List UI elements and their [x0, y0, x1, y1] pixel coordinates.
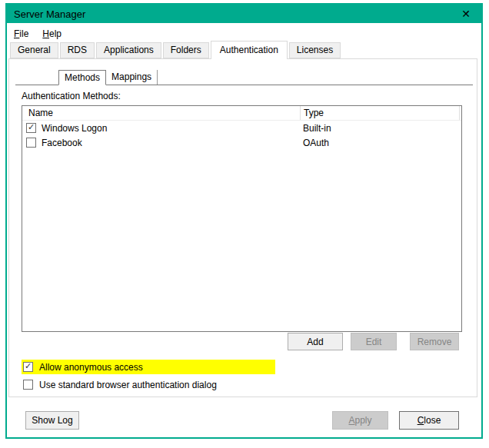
tab-rds[interactable]: RDS [60, 42, 95, 58]
tab-folders[interactable]: Folders [163, 42, 209, 58]
standard-browser-dialog-label: Use standard browser authentication dial… [39, 380, 217, 390]
method-name: Windows Logon [42, 123, 107, 134]
edit-button[interactable]: Edit [351, 333, 397, 350]
server-manager-window: Server Manager ✕ File Help General RDS A… [5, 3, 483, 439]
main-tab-strip: General RDS Applications Folders Authent… [10, 41, 342, 58]
subtab-methods[interactable]: Methods [58, 70, 106, 85]
show-log-button[interactable]: Show Log [25, 411, 79, 430]
remove-button[interactable]: Remove [410, 333, 459, 350]
checkbox-checked-icon[interactable]: ✓ [26, 123, 36, 133]
allow-anonymous-access-option[interactable]: ✓ Allow anonymous access [22, 360, 275, 374]
list-header: Name Type [22, 106, 461, 121]
subtab-mappings[interactable]: Mappings [106, 70, 158, 85]
checkbox-checked-icon[interactable]: ✓ [23, 362, 33, 372]
close-icon[interactable]: ✕ [451, 5, 481, 23]
allow-anonymous-access-label: Allow anonymous access [39, 362, 143, 373]
method-name: Facebook [42, 138, 82, 148]
tab-licenses[interactable]: Licenses [289, 42, 341, 58]
title-bar: Server Manager [7, 5, 481, 23]
window-title: Server Manager [7, 8, 85, 20]
authentication-tab-pane: Methods Mappings Authentication Methods:… [8, 58, 477, 397]
authentication-methods-list[interactable]: Name Type ✓ Windows Logon Built-in Faceb… [22, 105, 462, 332]
method-type: Built-in [300, 123, 331, 134]
tab-general[interactable]: General [10, 42, 58, 58]
sub-tab-strip: Methods Mappings [15, 69, 473, 85]
column-header-type[interactable]: Type [300, 106, 460, 120]
tab-applications[interactable]: Applications [96, 42, 161, 58]
standard-browser-dialog-option[interactable]: Use standard browser authentication dial… [22, 377, 217, 392]
close-button[interactable]: Close [399, 411, 459, 430]
checkbox-unchecked-icon[interactable] [26, 138, 36, 148]
tab-authentication[interactable]: Authentication [211, 41, 288, 59]
checkbox-unchecked-icon[interactable] [23, 380, 33, 390]
apply-button[interactable]: Apply [332, 411, 388, 430]
column-header-name[interactable]: Name [22, 108, 300, 118]
authentication-methods-label: Authentication Methods: [22, 91, 121, 101]
method-type: OAuth [300, 138, 329, 148]
list-row-facebook[interactable]: Facebook OAuth [22, 135, 461, 150]
list-row-windows-logon[interactable]: ✓ Windows Logon Built-in [22, 121, 461, 135]
add-button[interactable]: Add [288, 333, 343, 350]
